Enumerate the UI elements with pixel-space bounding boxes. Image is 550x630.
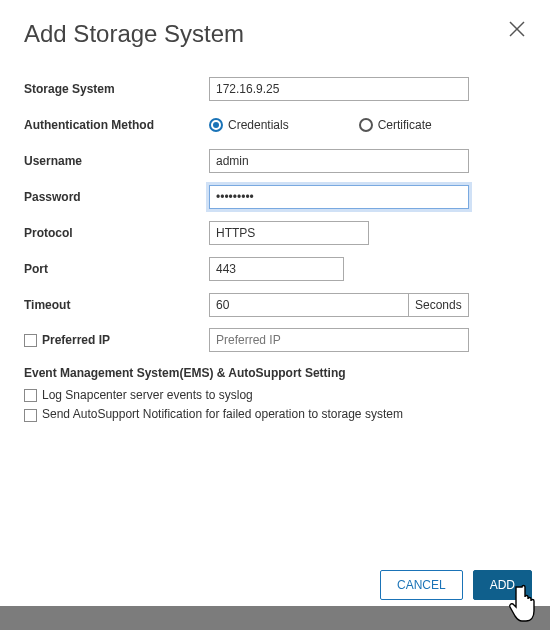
username-label: Username <box>24 154 209 168</box>
password-input[interactable] <box>209 185 469 209</box>
dialog-title: Add Storage System <box>24 20 244 48</box>
auth-credentials-label: Credentials <box>228 118 289 132</box>
auth-method-label: Authentication Method <box>24 118 209 132</box>
password-label: Password <box>24 190 209 204</box>
log-syslog-label: Log Snapcenter server events to syslog <box>42 388 253 402</box>
send-autosupport-checkbox[interactable] <box>24 409 37 422</box>
timeout-input[interactable] <box>209 293 409 317</box>
radio-icon <box>359 118 373 132</box>
protocol-label: Protocol <box>24 226 209 240</box>
port-input[interactable] <box>209 257 344 281</box>
dialog-footer: CANCEL ADD <box>0 570 550 600</box>
timeout-unit: Seconds <box>409 293 469 317</box>
preferred-ip-checkbox[interactable] <box>24 334 37 347</box>
add-storage-dialog: Add Storage System Storage System Authen… <box>0 0 550 422</box>
auth-credentials-radio[interactable]: Credentials <box>209 118 289 132</box>
radio-icon <box>209 118 223 132</box>
timeout-label: Timeout <box>24 298 209 312</box>
bottom-bar <box>0 606 550 630</box>
log-syslog-checkbox[interactable] <box>24 389 37 402</box>
storage-system-input[interactable] <box>209 77 469 101</box>
add-button[interactable]: ADD <box>473 570 532 600</box>
ems-section-header: Event Management System(EMS) & AutoSuppo… <box>24 366 526 380</box>
storage-system-label: Storage System <box>24 82 209 96</box>
close-icon[interactable] <box>508 20 526 41</box>
port-label: Port <box>24 262 209 276</box>
send-autosupport-label: Send AutoSupport Notification for failed… <box>42 407 403 421</box>
protocol-input[interactable] <box>209 221 369 245</box>
auth-certificate-label: Certificate <box>378 118 432 132</box>
cancel-button[interactable]: CANCEL <box>380 570 463 600</box>
preferred-ip-label: Preferred IP <box>42 333 110 347</box>
username-input[interactable] <box>209 149 469 173</box>
preferred-ip-input <box>209 328 469 352</box>
auth-certificate-radio[interactable]: Certificate <box>359 118 432 132</box>
